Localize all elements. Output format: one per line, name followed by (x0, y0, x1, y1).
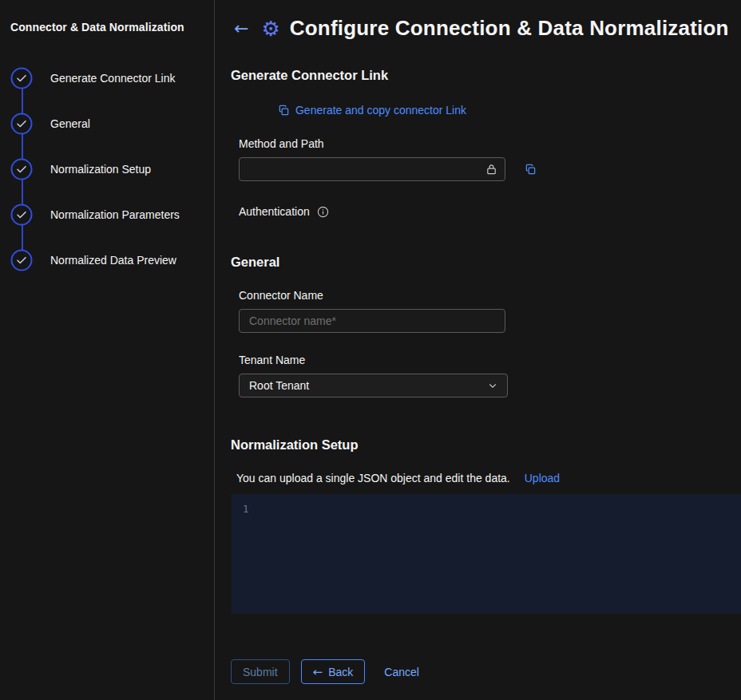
upload-hint-row: You can upload a single JSON object and … (231, 472, 741, 484)
section-general: General Connector Name Tenant Name Root … (231, 255, 741, 397)
step-label: Normalization Parameters (50, 208, 180, 221)
step-normalized-data-preview[interactable]: Normalized Data Preview (10, 237, 204, 283)
authentication-row: Authentication (239, 205, 741, 218)
section-heading: Generate Connector Link (231, 68, 741, 83)
copy-icon (278, 105, 290, 117)
sidebar-title: Connector & Data Normalization (10, 21, 204, 34)
upload-hint-text: You can upload a single JSON object and … (236, 472, 510, 484)
method-path-row (239, 157, 741, 181)
generate-copy-link-button[interactable]: Generate and copy connector Link (239, 104, 505, 117)
tenant-selected-value: Root Tenant (249, 379, 309, 392)
step-general[interactable]: General (10, 101, 204, 146)
connector-name-label: Connector Name (239, 289, 741, 302)
copy-icon (525, 164, 537, 176)
section-heading: General (231, 255, 741, 270)
wizard-sidebar: Connector & Data Normalization Generate … (0, 0, 215, 700)
section-generate-connector-link: Generate Connector Link Generate and cop… (231, 68, 741, 218)
tenant-name-select[interactable]: Root Tenant (239, 374, 508, 397)
method-path-input[interactable] (239, 157, 505, 181)
page-header: ← ⚙ Configure Connection & Data Normaliz… (231, 16, 741, 41)
section-normalization-setup: Normalization Setup You can upload a sin… (231, 437, 741, 614)
step-complete-icon (10, 67, 33, 89)
step-label: Normalization Setup (50, 163, 151, 176)
connector-name-input[interactable] (239, 309, 505, 333)
main-content: ← ⚙ Configure Connection & Data Normaliz… (215, 0, 741, 700)
step-complete-icon (10, 158, 33, 180)
arrow-left-icon: ← (313, 665, 323, 679)
footer-actions: Submit ← Back Cancel (231, 659, 741, 689)
generate-copy-link-label: Generate and copy connector Link (295, 104, 466, 117)
step-generate-connector-link[interactable]: Generate Connector Link (10, 55, 204, 101)
json-code-editor[interactable]: 1 (232, 494, 741, 614)
editor-line-number: 1 (243, 503, 249, 515)
section-heading: Normalization Setup (231, 437, 741, 453)
method-path-label: Method and Path (239, 137, 741, 150)
authentication-label: Authentication (239, 205, 310, 218)
back-button-label: Back (328, 666, 353, 678)
page-title: Configure Connection & Data Normalizatio… (290, 16, 729, 41)
step-label: Normalized Data Preview (50, 254, 176, 267)
step-complete-icon (10, 249, 33, 271)
upload-link[interactable]: Upload (525, 472, 560, 484)
tenant-name-label: Tenant Name (239, 354, 741, 366)
back-button[interactable]: ← Back (301, 659, 366, 684)
wizard-stepper: Generate Connector Link General Normaliz… (10, 55, 204, 283)
lock-icon (485, 164, 497, 176)
cancel-button[interactable]: Cancel (384, 666, 419, 678)
copy-method-path-button[interactable] (523, 162, 538, 177)
step-complete-icon (10, 204, 33, 226)
chevron-down-icon (488, 381, 497, 390)
back-arrow-button[interactable]: ← (231, 18, 252, 39)
step-normalization-parameters[interactable]: Normalization Parameters (10, 192, 204, 237)
submit-button[interactable]: Submit (231, 659, 290, 684)
gear-icon: ⚙ (261, 18, 279, 39)
step-complete-icon (10, 113, 33, 135)
step-label: Generate Connector Link (50, 72, 175, 85)
info-icon[interactable] (317, 206, 329, 218)
step-normalization-setup[interactable]: Normalization Setup (10, 146, 204, 192)
step-label: General (50, 117, 90, 130)
